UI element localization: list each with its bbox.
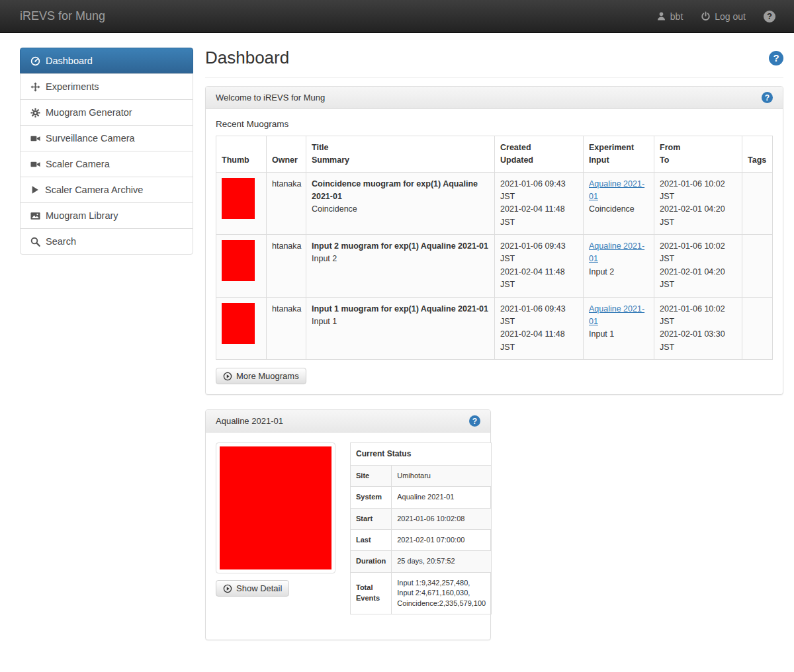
column-header-from-to: FromTo [654,136,742,173]
status-row: Start 2021-01-06 10:02:08 [351,508,492,529]
column-header-owner: Owner [267,136,306,173]
sidebar-item-label: Search [46,236,76,247]
circle-arrow-right-icon [223,372,232,381]
logout-label: Log out [715,11,746,22]
recent-muograms-label: Recent Muograms [216,119,773,129]
experiment-cell: Aqualine 2021-01Coincidence [584,172,654,235]
experiment-link[interactable]: Aqualine 2021-01 [589,179,644,201]
sidebar-item-label: Dashboard [46,56,93,66]
navbar-help-icon[interactable] [764,11,775,22]
sidebar-item-search[interactable]: Search [20,228,193,255]
table-row: htanaka Input 2 muogram for exp(1) Aqual… [216,235,773,298]
sidebar-item-surveillance-camera[interactable]: Surveillance Camera [20,125,193,151]
table-row: htanaka Coincidence muogram for exp(1) A… [216,172,773,235]
experiment-panel-heading: Aqualine 2021-01 [206,410,490,433]
experiment-panel-body: Show Detail Current Status Site Umihotar… [206,433,490,640]
sidebar-item-scaler-camera[interactable]: Scaler Camera [20,151,193,177]
status-value: 2021-02-01 07:00:00 [392,529,492,550]
navbar-right: bbt Log out [656,11,775,22]
created-cell: 2021-01-06 09:43 JST2021-02-04 11:48 JST [495,235,584,298]
muogram-thumbnail[interactable] [222,240,255,281]
tags-cell [742,235,773,298]
sidebar-item-muogram-generator[interactable]: Muogram Generator [20,99,193,126]
sidebar-item-muogram-library[interactable]: Muogram Library [20,202,193,229]
status-row: Site Umihotaru [351,465,492,486]
sidebar-item-label: Muogram Generator [46,107,132,118]
picture-icon [30,211,40,221]
search-icon [30,237,40,247]
experiment-thumbnail[interactable] [216,442,335,573]
page-help-icon[interactable] [769,51,783,65]
title-cell: Input 2 muogram for exp(1) Aqualine 2021… [306,235,495,298]
muogram-thumbnail[interactable] [222,178,255,219]
created-cell: 2021-01-06 09:43 JST2021-02-04 11:48 JST [495,172,584,235]
more-muograms-button[interactable]: More Muograms [216,368,306,384]
column-header-created-updated: CreatedUpdated [495,136,584,173]
sidebar-item-experiments[interactable]: Experiments [20,73,193,100]
column-header-tags: Tags [742,136,773,173]
status-value: Input 1:9,342,257,480, Input 2:4,671,160… [392,572,492,614]
sidebar-item-dashboard[interactable]: Dashboard [20,48,193,74]
created-cell: 2021-01-06 09:43 JST2021-02-04 11:48 JST [495,297,584,360]
play-icon [30,185,40,194]
status-label: Start [351,508,392,529]
status-row: Duration 25 days, 20:57:52 [351,551,492,572]
experiment-panel: Aqualine 2021-01 Show Detail [205,409,491,640]
status-row: Last 2021-02-01 07:00:00 [351,529,492,550]
owner-cell: htanaka [267,297,306,360]
top-navbar: iREVS for Mung bbt Log out [0,0,794,33]
sidebar: Dashboard Experiments Muogram Generator … [20,48,193,255]
welcome-panel-body: Recent Muograms Thumb Owner TitleSummary… [206,109,783,394]
welcome-panel: Welcome to iREVS for Mung Recent Muogram… [205,86,783,395]
welcome-panel-heading: Welcome to iREVS for Mung [206,87,783,109]
owner-cell: htanaka [267,235,306,298]
arrows-icon [30,82,40,92]
welcome-panel-help-icon[interactable] [762,92,773,103]
fromto-cell: 2021-01-06 10:02 JST2021-02-01 04:20 JST [654,235,742,298]
app-title: iREVS for Mung [20,9,105,23]
username-label: bbt [670,11,683,22]
experiment-cell: Aqualine 2021-01Input 1 [584,297,654,360]
muograms-table: Thumb Owner TitleSummary CreatedUpdated … [216,136,773,360]
table-row: htanaka Input 1 muogram for exp(1) Aqual… [216,297,773,360]
video-camera-icon [30,159,40,169]
sidebar-item-label: Scaler Camera [46,159,110,169]
status-label: Last [351,529,392,550]
sidebar-item-scaler-camera-archive[interactable]: Scaler Camera Archive [20,177,193,203]
show-detail-button[interactable]: Show Detail [216,580,289,597]
dashboard-icon [30,56,40,66]
power-icon [701,11,711,21]
column-header-thumb: Thumb [216,136,267,173]
status-value: 25 days, 20:57:52 [392,551,492,572]
logout-button[interactable]: Log out [701,11,746,22]
experiment-link[interactable]: Aqualine 2021-01 [589,241,644,263]
status-value: 2021-01-06 10:02:08 [392,508,492,529]
muogram-thumbnail[interactable] [222,303,255,344]
sidebar-item-label: Muogram Library [46,210,118,221]
experiment-thumbnail-image [220,446,331,569]
main-area: Dashboard Welcome to iREVS for Mung Rece… [205,48,783,672]
sidebar-item-label: Experiments [46,81,99,92]
page-header: Dashboard [205,48,783,78]
status-value: Umihotaru [392,465,492,486]
experiment-panel-title: Aqualine 2021-01 [216,416,283,426]
sidebar-item-label: Surveillance Camera [46,133,135,144]
tags-cell [742,297,773,360]
column-header-title-summary: TitleSummary [306,136,495,173]
content-area: Dashboard Experiments Muogram Generator … [0,33,794,672]
status-table: Current Status Site Umihotaru System Aqu… [350,442,492,614]
status-label: Site [351,465,392,486]
page-title: Dashboard [205,48,289,68]
title-cell: Coincidence muogram for exp(1) Aqualine … [306,172,495,235]
status-row: Total Events Input 1:9,342,257,480, Inpu… [351,572,492,614]
experiment-link[interactable]: Aqualine 2021-01 [589,304,644,326]
gear-icon [30,108,40,118]
tags-cell [742,172,773,235]
owner-cell: htanaka [267,172,306,235]
status-table-header: Current Status [351,443,492,466]
status-label: Total Events [351,572,392,614]
fromto-cell: 2021-01-06 10:02 JST2021-02-01 03:30 JST [654,297,742,360]
experiment-panel-help-icon[interactable] [469,415,480,427]
user-menu[interactable]: bbt [656,11,683,22]
status-label: Duration [351,551,392,572]
